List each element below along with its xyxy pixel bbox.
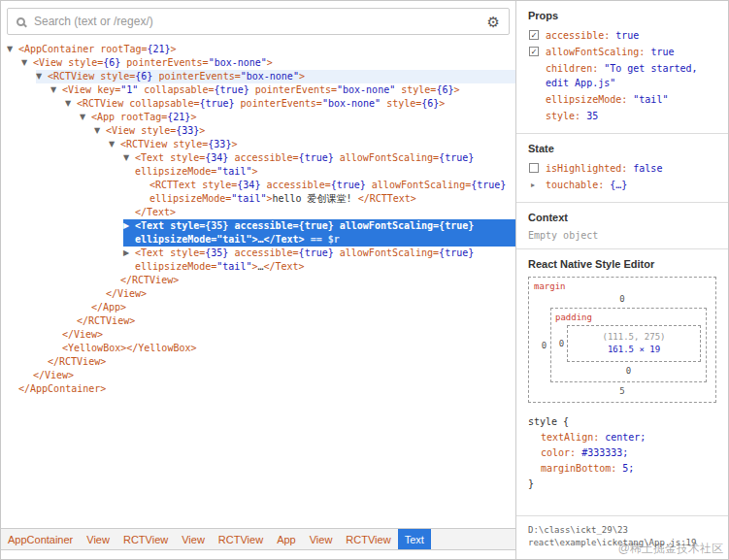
tag-name: <App (91, 112, 115, 122)
margin-left-value[interactable]: 0 (538, 341, 550, 350)
attr-name: collapsable= (138, 84, 214, 95)
attr-value: {true} (439, 247, 474, 258)
tree-row[interactable]: ▼<View style={33}> (94, 124, 515, 138)
breadcrumb-item[interactable]: App (270, 529, 303, 549)
attr-name: style= (196, 180, 237, 190)
tree-row[interactable]: </View> (50, 328, 515, 342)
prop-key: children: (546, 63, 604, 74)
tag-name: <RCTText (149, 180, 196, 190)
breadcrumb-item[interactable]: AppContainer (1, 529, 80, 549)
prop-value[interactable]: 35 (586, 111, 598, 121)
tag-name: </AppContainer> (18, 383, 106, 394)
attr-name: allowFontScaling= (334, 247, 439, 258)
expand-arrow-icon[interactable]: ▶ (123, 247, 135, 260)
tree-row[interactable]: </Text> (123, 206, 515, 219)
tree-row[interactable]: </View> (94, 287, 515, 301)
style-value: #333333; (581, 447, 628, 458)
property-row: ▸touchable: {…} (528, 178, 718, 192)
text-content: hello 爱创课堂! (272, 193, 357, 204)
checkbox-checked[interactable]: ✓ (529, 30, 539, 40)
checkbox-unchecked[interactable] (529, 163, 539, 173)
source-path-line1[interactable]: D:\class\ickt_29\23 (528, 524, 718, 537)
tree-row[interactable]: ▶<Text style={35} accessible={true} allo… (123, 247, 515, 274)
tree-row[interactable]: ▼<RCTView collapsable={true} pointerEven… (65, 97, 515, 111)
collapse-arrow-icon[interactable]: ▼ (80, 111, 91, 124)
attr-value: {21} (167, 112, 190, 122)
tag-name: </RCTView> (120, 275, 179, 285)
tag-name: > (190, 112, 196, 122)
breadcrumb-item[interactable]: Text (398, 529, 431, 549)
attr-value: {6} (103, 57, 120, 68)
breadcrumb-item[interactable]: View (175, 529, 212, 549)
tree-row[interactable]: </RCTView> (36, 355, 515, 369)
tree-row[interactable]: ▼<View style={6} pointerEvents="box-none… (21, 56, 515, 70)
style-rule[interactable]: textAlign: center; (528, 430, 718, 445)
padding-label: padding (555, 312, 702, 323)
margin-top-value[interactable]: 0 (534, 292, 711, 306)
tree-row[interactable]: ▼<Text style={34} accessible={true} allo… (123, 151, 515, 179)
attr-name: style= (135, 125, 176, 136)
tree-row[interactable]: ▼<AppContainer rootTag={21}> (7, 43, 515, 56)
source-path: D:\class\ickt_29\23 react\example\icketa… (516, 515, 728, 559)
search-input[interactable] (34, 15, 487, 28)
tag-name: <Text (135, 220, 164, 231)
attr-name: style= (164, 152, 205, 163)
collapse-arrow-icon[interactable]: ▼ (123, 151, 135, 165)
tree-row[interactable]: <YellowBox></YellowBox> (50, 342, 515, 355)
attr-name: allowFontScaling= (334, 152, 439, 163)
style-rule[interactable]: marginBottom: 5; (528, 461, 718, 477)
tree-row[interactable]: </View> (21, 369, 515, 382)
collapse-arrow-icon[interactable]: ▼ (109, 138, 120, 151)
prop-key: ellipsizeMode: (546, 94, 633, 105)
tree-row[interactable]: ▼<View key="1" collapsable={true} pointe… (50, 83, 515, 97)
prop-value[interactable]: {…} (610, 180, 627, 190)
collapse-arrow-icon[interactable]: ▼ (50, 83, 62, 97)
property-row: ✓accessible: true (528, 28, 718, 43)
tree-row[interactable]: ▼<RCTView style={33}> (109, 138, 515, 151)
prop-value[interactable]: false (633, 163, 662, 174)
tag-name: </RCTText> (358, 193, 416, 204)
collapse-arrow-icon[interactable]: ▼ (21, 56, 33, 70)
tree-row[interactable]: </RCTView> (109, 274, 515, 287)
tree-row[interactable]: ▼<RCTView style={6} pointerEvents="box-n… (36, 70, 515, 83)
collapse-arrow-icon[interactable]: ▼ (94, 124, 106, 138)
tree-row[interactable]: ▼<App rootTag={21}> (80, 111, 515, 124)
breadcrumb-item[interactable]: RCTView (212, 529, 270, 549)
style-rule[interactable]: color: #333333; (528, 445, 718, 461)
source-path-line2[interactable]: react\example\icketang\App.js:19 (528, 537, 718, 549)
attr-value: "tail" (216, 234, 251, 245)
collapse-arrow-icon[interactable]: ▼ (7, 43, 18, 56)
tag-name: > (453, 84, 459, 95)
expand-arrow-icon[interactable]: ▸ (531, 178, 535, 192)
element-tree-panel: ⚙ ▼<AppContainer rootTag={21}>▼<View sty… (1, 1, 516, 559)
breadcrumb-item[interactable]: View (303, 529, 340, 549)
checkbox-checked[interactable]: ✓ (529, 47, 539, 56)
breadcrumb-item[interactable]: View (80, 529, 116, 549)
breadcrumb-item[interactable]: RCTView (339, 529, 397, 549)
settings-gear-icon[interactable]: ⚙ (487, 15, 500, 29)
padding-bottom-value[interactable]: 0 (555, 364, 702, 379)
attr-name: style= (381, 98, 421, 109)
tree-row[interactable]: </App> (80, 301, 515, 314)
tree-row[interactable]: <RCTText style={34} accessible={true} al… (138, 179, 515, 206)
prop-value[interactable]: true (650, 47, 674, 57)
prop-value[interactable]: true (615, 30, 639, 41)
attr-value: {6} (135, 71, 152, 82)
tag-name: > (251, 166, 257, 177)
margin-bottom-value[interactable]: 5 (534, 384, 711, 399)
tag-name: <RCTView (48, 71, 94, 82)
tree-row[interactable]: </AppContainer> (7, 382, 515, 396)
tree-row[interactable]: </RCTView> (65, 314, 515, 328)
style-rules-block: style { textAlign: center;color: #333333… (528, 414, 718, 492)
breadcrumb-item[interactable]: RCTView (116, 529, 175, 549)
collapse-arrow-icon[interactable]: ▼ (65, 97, 77, 111)
element-tree: ▼<AppContainer rootTag={21}>▼<View style… (1, 40, 515, 528)
padding-left-value[interactable]: 0 (556, 339, 567, 348)
collapse-arrow-icon[interactable]: ▼ (36, 70, 48, 83)
tree-row[interactable]: ▶<Text style={35} accessible={true} allo… (123, 219, 515, 247)
tag-name: <View (62, 84, 91, 95)
props-list: ✓accessible: true✓allowFontScaling: true… (528, 28, 718, 123)
prop-value[interactable]: "tail" (633, 94, 668, 105)
attr-value: "tail" (216, 261, 251, 272)
expand-arrow-icon[interactable]: ▶ (123, 219, 135, 233)
